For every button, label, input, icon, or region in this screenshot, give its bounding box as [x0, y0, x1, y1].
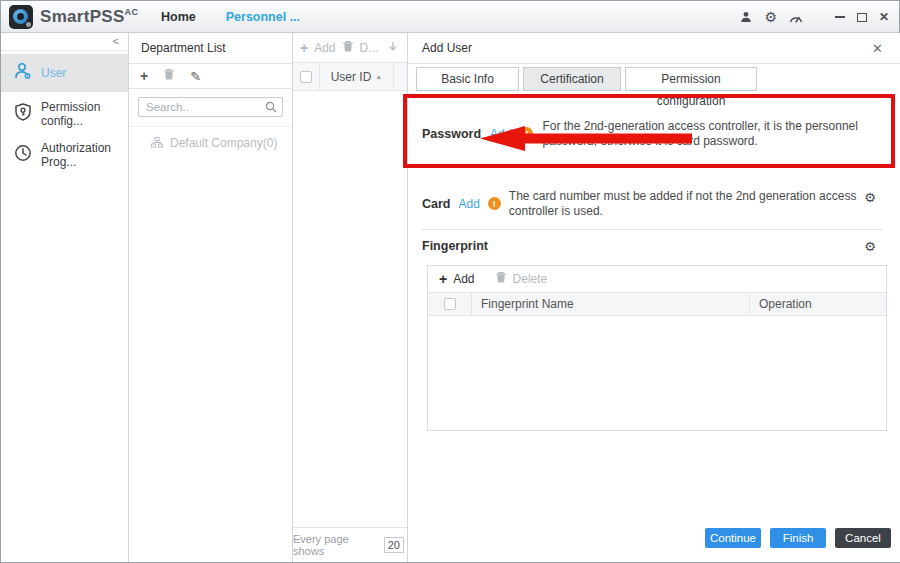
performance-gauge-icon[interactable]: [789, 12, 803, 23]
user-id-column-header[interactable]: User ID ▲: [319, 63, 394, 90]
minimize-icon[interactable]: [835, 16, 845, 18]
fingerprint-name-column-header: Fingerprint Name: [481, 297, 574, 311]
cancel-button[interactable]: Cancel: [835, 528, 891, 548]
fingerprint-add-label[interactable]: Add: [453, 272, 474, 286]
shield-key-icon: [13, 102, 33, 126]
org-tree-icon: [151, 134, 163, 152]
title-bar: SmartPSSAC Home Personnel ... ⚙ ✕: [1, 1, 899, 33]
delete-user-icon[interactable]: [342, 39, 354, 57]
password-description: For the 2nd-generation access controller…: [542, 119, 900, 148]
department-search-box: [138, 97, 283, 117]
delete-user-label[interactable]: D...: [360, 41, 379, 55]
tab-certification[interactable]: Certification: [523, 67, 621, 91]
camera-logo-icon: [9, 5, 33, 29]
maximize-icon[interactable]: [857, 13, 867, 22]
finish-button[interactable]: Finish: [770, 528, 826, 548]
clock-icon: [13, 143, 33, 167]
department-search-input[interactable]: [139, 101, 265, 113]
password-add-link[interactable]: Add: [490, 127, 511, 141]
import-arrow-icon[interactable]: [387, 39, 399, 57]
add-user-label[interactable]: Add: [314, 41, 335, 55]
department-list-title: Department List: [141, 41, 226, 55]
fingerprint-label: Fingerprint: [422, 239, 488, 253]
sort-ascending-icon: ▲: [375, 73, 382, 80]
add-user-panel: Add User ✕ Basic Info Certification Perm…: [408, 33, 900, 562]
section-divider: [422, 229, 882, 230]
operation-column-header: Operation: [759, 297, 812, 311]
card-section: Card Add ! The card number must be added…: [422, 189, 900, 218]
user-list-header-row: User ID ▲: [293, 63, 407, 91]
sidebar-item-user[interactable]: User: [1, 54, 128, 92]
department-tree-item[interactable]: Default Company(0): [129, 134, 292, 152]
page-size-input[interactable]: 20: [384, 537, 404, 553]
department-toolbar: + ✎: [129, 64, 292, 89]
user-gear-icon: [13, 61, 33, 85]
tab-personnel[interactable]: Personnel ...: [226, 10, 300, 24]
sidebar-item-authorization-progress[interactable]: Authorization Prog...: [1, 136, 128, 174]
tab-home[interactable]: Home: [161, 10, 196, 24]
fingerprint-table: + Add Delete Fingerprint Name Operation: [427, 265, 887, 431]
user-list-panel: + Add D... User ID ▲ Every page shows 20: [293, 33, 408, 562]
tab-basic-info[interactable]: Basic Info: [416, 67, 519, 91]
app-window: SmartPSSAC Home Personnel ... ⚙ ✕ <: [0, 0, 900, 563]
add-user-title: Add User: [422, 41, 472, 55]
fingerprint-settings-gear-icon[interactable]: ⚙: [864, 240, 876, 253]
titlebar-icons: ⚙ ✕: [740, 1, 889, 33]
warning-icon: !: [520, 127, 533, 140]
close-window-icon[interactable]: ✕: [879, 11, 889, 23]
fingerprint-delete-icon[interactable]: [495, 270, 507, 288]
card-settings-gear-icon[interactable]: ⚙: [864, 191, 876, 204]
sidebar-item-permission-config[interactable]: Permission config...: [1, 95, 128, 133]
user-account-icon[interactable]: [740, 11, 752, 23]
password-section: Password Add ! For the 2nd-generation ac…: [422, 119, 900, 148]
sidebar-item-label: User: [41, 66, 66, 80]
fingerprint-table-header: Fingerprint Name Operation: [428, 293, 886, 316]
warning-icon: !: [488, 197, 501, 210]
pagination-footer: Every page shows 20: [293, 527, 407, 562]
left-sidebar: < User Permission config... Authorizatio…: [1, 33, 129, 562]
edit-department-icon[interactable]: ✎: [190, 70, 201, 83]
search-icon[interactable]: [265, 101, 277, 113]
app-title: SmartPSSAC: [40, 7, 138, 27]
top-navigation-tabs: Home Personnel ...: [161, 1, 300, 33]
card-description: The card number must be added if not the…: [509, 189, 900, 218]
page-size-label: Every page shows: [293, 533, 376, 557]
sidebar-collapse-button[interactable]: <: [1, 33, 128, 51]
sidebar-item-label: Authorization Prog...: [41, 141, 128, 169]
close-panel-icon[interactable]: ✕: [872, 41, 883, 56]
tab-permission-configuration[interactable]: Permission configuration: [625, 67, 757, 91]
fingerprint-select-all-checkbox[interactable]: [444, 298, 456, 310]
card-label: Card: [422, 197, 450, 211]
card-add-link[interactable]: Add: [458, 197, 479, 211]
fingerprint-table-body: [428, 316, 886, 430]
add-department-icon[interactable]: +: [140, 69, 148, 83]
user-list-toolbar: + Add D...: [293, 33, 407, 63]
continue-button[interactable]: Continue: [705, 528, 761, 548]
sidebar-item-label: Permission config...: [41, 100, 128, 128]
add-user-tabs: Basic Info Certification Permission conf…: [416, 67, 757, 91]
dialog-buttons: Continue Finish Cancel: [705, 528, 891, 548]
department-tree-label: Default Company(0): [170, 136, 277, 150]
department-panel: Department List + ✎ Default Company(0): [129, 33, 293, 562]
delete-department-icon[interactable]: [163, 67, 175, 85]
password-label: Password: [422, 127, 481, 141]
fingerprint-delete-label[interactable]: Delete: [513, 272, 548, 286]
settings-gear-icon[interactable]: ⚙: [764, 10, 777, 24]
app-logo: SmartPSSAC: [9, 5, 138, 29]
select-all-checkbox[interactable]: [300, 71, 312, 83]
app-title-superscript: AC: [125, 7, 139, 17]
fingerprint-add-icon[interactable]: +: [439, 272, 447, 286]
add-user-icon[interactable]: +: [300, 41, 308, 55]
